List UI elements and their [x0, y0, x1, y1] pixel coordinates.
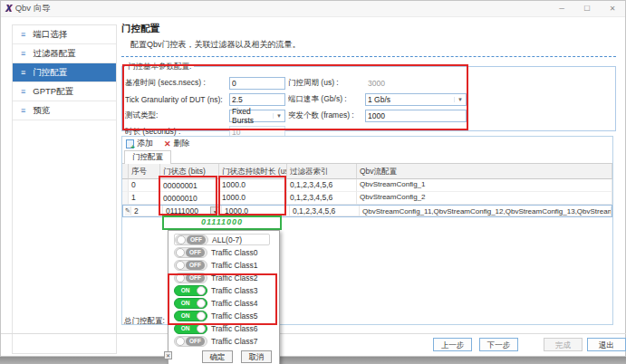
wizard-step-sidebar: ≡ 端口选择 ≡ 过滤器配置 ≡ 门控配置 ≡ GPTP配置 ≡ 预览 — [12, 24, 117, 354]
cell-filter-index[interactable]: 0,1,2,3,4,5,6 — [287, 179, 357, 192]
sidebar-item[interactable]: ≡ 过滤器配置 — [13, 44, 116, 63]
traffic-class-label: Traffic Class6 — [211, 324, 258, 333]
toggle-switch[interactable]: OFF — [175, 235, 208, 245]
cell-duration[interactable]: 1000.0 — [219, 179, 287, 192]
sidebar-item[interactable]: ≡ 端口选择 — [13, 25, 116, 44]
table-row[interactable]: 1 00000010 ▼ 1000.0 0,1,2,3,4,5,6 QbvStr… — [122, 192, 612, 205]
toggle-switch[interactable]: ON — [174, 311, 207, 321]
ok-button[interactable]: 确定 — [202, 350, 233, 363]
base-time-input[interactable] — [229, 77, 285, 90]
traffic-class-label: Traffic Class4 — [211, 299, 258, 308]
cell-stream-config[interactable]: QbvStreamConfig_1 — [357, 179, 612, 192]
traffic-class-toggle-row[interactable]: ON Traffic Class3 — [174, 284, 279, 296]
traffic-class-toggle-row[interactable]: OFF Traffic Class0 — [174, 246, 279, 258]
sidebar-item[interactable]: ≡ 门控配置 — [13, 63, 116, 82]
table-header-state: 门状态 (bits) — [160, 164, 219, 179]
cell-gate-state[interactable]: 00000001 ▼ — [160, 179, 219, 192]
delete-button-label: 删除 — [174, 138, 190, 149]
maximize-button[interactable]: ☐ — [574, 1, 600, 17]
state-dropdown-button[interactable]: ▼ — [210, 206, 220, 216]
toggle-knob-icon — [176, 261, 185, 270]
cell-stream-config[interactable]: QbvStreamConfig_11,QbvStreamConfig_12,Qb… — [360, 206, 612, 216]
traffic-class-toggle-row[interactable]: ON Traffic Class5 — [174, 310, 279, 321]
group-title: 门控基本参数配置: — [125, 62, 194, 72]
list-icon: ≡ — [21, 106, 25, 115]
traffic-class-label: Traffic Class1 — [211, 261, 258, 270]
table-header-no: 序号 — [129, 164, 160, 179]
base-time-label: 基准时间 (secs.nsecs) : — [125, 78, 226, 89]
toggle-switch[interactable]: OFF — [174, 336, 207, 347]
toggle-state-label: ON — [175, 324, 196, 333]
traffic-class-label: Traffic Class7 — [211, 337, 258, 346]
traffic-class-toggle-row[interactable]: OFF ALL(0-7) — [174, 234, 270, 245]
port-rate-select[interactable]: 1 Gb/s ▼ — [365, 93, 467, 106]
tick-granularity-input[interactable] — [229, 93, 285, 106]
gate-state-value: 01111000 — [166, 206, 198, 216]
list-icon: ≡ — [21, 68, 25, 77]
row-edit-marker — [122, 179, 129, 192]
close-button[interactable]: ✕ — [600, 1, 625, 17]
delete-button[interactable]: ✕ 删除 — [164, 138, 190, 149]
test-type-select[interactable]: Fixed Bursts ▼ — [229, 110, 285, 122]
minimize-button[interactable]: ─ — [549, 1, 574, 17]
window-bottom-strip — [0, 357, 626, 364]
toggle-state-label: ON — [175, 311, 196, 321]
sidebar-item[interactable]: ≡ 预览 — [13, 101, 116, 120]
finish-button[interactable]: 完成 — [544, 338, 583, 351]
traffic-class-toggle-row[interactable]: OFF Traffic Class1 — [174, 259, 279, 271]
sidebar-item-label: 门控配置 — [33, 67, 67, 79]
tick-granularity-label: Tick Granularity of DUT (ns): — [125, 95, 226, 104]
table-row[interactable]: 0 00000001 ▼ 1000.0 0,1,2,3,4,5,6 QbvStr… — [122, 179, 612, 192]
port-rate-value: 1 Gb/s — [368, 95, 390, 104]
sidebar-item-label: 预览 — [33, 105, 50, 117]
toggle-switch[interactable]: ON — [174, 323, 207, 334]
toggle-switch[interactable]: ON — [174, 285, 207, 296]
cell-gate-state[interactable]: 00000010 ▼ — [160, 192, 219, 205]
page-subtitle: 配置Qbv门控表，关联过滤器以及相关的流量。 — [130, 39, 616, 51]
sidebar-item[interactable]: ≡ GPTP配置 — [13, 82, 116, 101]
cell-no[interactable]: 0 — [129, 179, 160, 192]
footer-divider — [1, 333, 626, 334]
toggle-knob-icon — [176, 248, 185, 257]
window-titlebar: X Qbv 向导 ─ ☐ ✕ — [1, 1, 625, 17]
add-button[interactable]: 添加 — [126, 138, 153, 149]
delete-icon: ✕ — [164, 139, 171, 148]
toggle-switch[interactable]: OFF — [174, 247, 207, 258]
traffic-class-toggle-row[interactable]: OFF Traffic Class2 — [174, 272, 279, 283]
toggle-switch[interactable]: ON — [174, 298, 207, 309]
toggle-state-label: OFF — [186, 248, 205, 257]
tab-gate-config[interactable]: 门控配置 — [124, 150, 171, 164]
traffic-class-toggle-row[interactable]: ON Traffic Class6 — [174, 322, 279, 334]
toggle-state-label: ON — [175, 286, 196, 295]
basic-params-form: 基准时间 (secs.nsecs) : 门控周期 (us) : 3000 Tic… — [125, 77, 615, 139]
chevron-down-icon: ▼ — [273, 113, 284, 119]
total-gate-config-label: 总门控配置: — [124, 316, 165, 327]
cell-duration[interactable]: 1000.0 — [219, 192, 287, 205]
toggle-knob-icon — [197, 299, 206, 308]
cell-filter-index[interactable]: 0,1,2,3,4,5,6 — [290, 206, 360, 216]
popup-close-icon[interactable]: ✕ — [164, 351, 172, 359]
toggle-knob-icon — [197, 311, 206, 321]
toggle-knob-icon — [197, 324, 206, 333]
dashed-divider — [121, 56, 616, 57]
toggle-switch[interactable]: OFF — [174, 273, 207, 283]
traffic-class-label: Traffic Class3 — [211, 286, 258, 295]
cell-no[interactable]: 2 — [131, 206, 163, 216]
toggle-knob-icon — [176, 337, 185, 346]
traffic-class-toggle-row[interactable]: OFF Traffic Class7 — [174, 335, 279, 347]
row-edit-marker: ✎ — [125, 206, 131, 216]
test-type-label: 测试类型: — [125, 110, 226, 121]
basic-params-group: 门控基本参数配置: 基准时间 (secs.nsecs) : 门控周期 (us) … — [121, 66, 616, 131]
cell-filter-index[interactable]: 0,1,2,3,4,5,6 — [287, 192, 357, 205]
cell-stream-config[interactable]: QbvStreamConfig_2 — [357, 192, 612, 205]
prev-step-button[interactable]: 上一步 — [433, 338, 472, 351]
burst-count-input[interactable] — [365, 110, 467, 122]
next-step-button[interactable]: 下一步 — [479, 338, 518, 351]
traffic-class-toggle-row[interactable]: ON Traffic Class4 — [174, 297, 279, 309]
exit-button[interactable]: 退出 — [587, 338, 626, 351]
toggle-switch[interactable]: OFF — [174, 260, 207, 271]
cancel-button[interactable]: 取消 — [241, 350, 272, 363]
sidebar-item-label: 端口选择 — [33, 29, 67, 41]
cell-no[interactable]: 1 — [129, 192, 160, 205]
window-title: Qbv 向导 — [15, 3, 51, 14]
